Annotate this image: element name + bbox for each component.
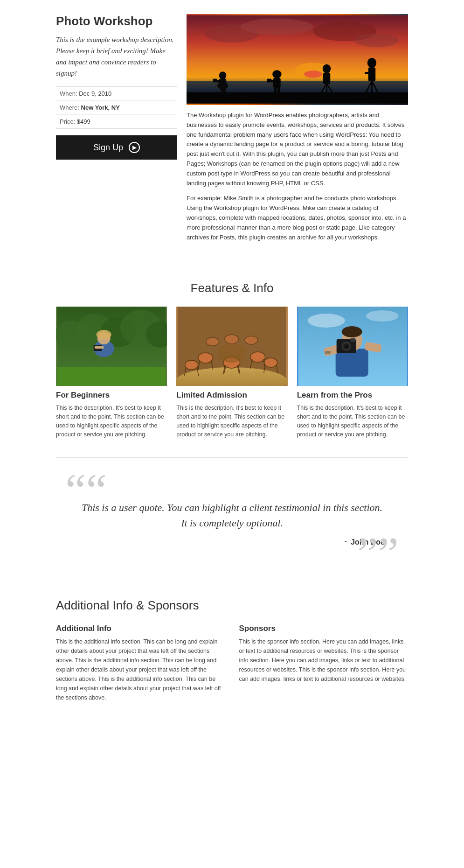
svg-rect-18	[267, 79, 272, 83]
svg-point-75	[307, 314, 345, 328]
workshop-details: When: Dec 9, 2010 Where: New York, NY Pr…	[56, 86, 177, 129]
svg-point-61	[250, 352, 265, 362]
svg-point-71	[206, 337, 219, 346]
svg-rect-12	[213, 79, 217, 83]
svg-point-21	[323, 64, 331, 73]
svg-point-27	[367, 58, 376, 68]
where-value: New York, NY	[81, 104, 120, 111]
when-row: When: Dec 9, 2010	[56, 87, 177, 101]
feature-image-admission	[176, 307, 287, 386]
additional-info-title: Additional Info	[56, 624, 225, 633]
sponsors-title: Sponsors	[239, 624, 409, 633]
additional-info-text: This is the additional info section. Thi…	[56, 637, 225, 702]
additional-title: Additional Info & Sponsors	[56, 598, 408, 613]
when-value: Dec 9, 2010	[79, 90, 111, 97]
feature-pros: Learn from the Pros This is the descript…	[297, 307, 408, 439]
top-right: The Workshop plugin for WordPress enable…	[187, 14, 408, 248]
where-row: Where: New York, NY	[56, 101, 177, 115]
svg-rect-26	[324, 80, 330, 84]
hero-image	[187, 14, 408, 105]
svg-point-73	[218, 344, 246, 363]
quote-section: ““ This is a user quote. You can highlig…	[47, 462, 417, 579]
features-section: Features & Info	[47, 267, 417, 453]
svg-rect-86	[325, 351, 330, 354]
svg-rect-33	[365, 72, 373, 74]
svg-point-46	[97, 330, 111, 339]
svg-point-15	[272, 70, 281, 78]
quote-text: This is a user quote. You can highlight …	[65, 500, 399, 531]
svg-point-7	[304, 70, 322, 78]
feature-desc-admission: This is the description. It's best to ke…	[176, 404, 287, 439]
feature-desc-pros: This is the description. It's best to ke…	[297, 404, 408, 439]
svg-point-70	[225, 335, 239, 344]
sponsors-text: This is the sponsor info section. Here y…	[239, 637, 409, 684]
feature-image-pros	[297, 307, 408, 386]
svg-rect-43	[57, 367, 166, 386]
svg-point-5	[354, 34, 399, 47]
feature-image-beginners	[56, 307, 167, 386]
price-row: Price: $499	[56, 115, 177, 128]
workshop-description: This is the example workshop description…	[56, 34, 177, 79]
top-left: Photo Workshop This is the example works…	[56, 14, 177, 248]
svg-point-3	[241, 19, 313, 35]
signup-label: Sign Up	[93, 143, 123, 153]
svg-rect-17	[270, 80, 280, 83]
svg-point-76	[366, 310, 398, 322]
sponsors-col: Sponsors This is the sponsor info sectio…	[239, 624, 409, 702]
description-p1: The Workshop plugin for WordPress enable…	[187, 111, 408, 188]
price-label: Price:	[60, 118, 75, 125]
svg-point-67	[264, 358, 277, 367]
feature-title-beginners: For Beginners	[56, 391, 167, 400]
top-section: Photo Workshop This is the example works…	[47, 0, 417, 257]
where-label: Where:	[60, 104, 79, 111]
svg-point-64	[185, 360, 198, 370]
features-title: Features & Info	[56, 281, 408, 295]
svg-rect-87	[350, 338, 355, 342]
additional-section: Additional Info & Sponsors Additional In…	[47, 589, 417, 721]
features-grid: For Beginners This is the description. I…	[56, 307, 408, 439]
page-title: Photo Workshop	[56, 14, 177, 28]
svg-point-58	[198, 353, 213, 363]
svg-point-85	[344, 344, 348, 348]
divider-1	[56, 262, 408, 262]
svg-rect-32	[369, 77, 375, 81]
divider-2	[56, 457, 408, 458]
svg-point-10	[219, 71, 227, 79]
additional-columns: Additional Info This is the additional i…	[56, 624, 408, 702]
svg-point-72	[245, 336, 258, 344]
svg-rect-50	[95, 346, 104, 349]
svg-rect-36	[187, 92, 408, 104]
when-label: When:	[60, 90, 77, 97]
divider-3	[56, 584, 408, 584]
svg-rect-9	[219, 79, 227, 87]
price-value: $499	[77, 118, 90, 125]
feature-title-admission: Limited Admission	[176, 391, 287, 400]
feature-desc-beginners: This is the description. It's best to ke…	[56, 404, 167, 439]
svg-rect-16	[273, 78, 281, 88]
feature-beginners: For Beginners This is the description. I…	[56, 307, 167, 439]
feature-title-pros: Learn from the Pros	[297, 391, 408, 400]
arrow-icon: ▶	[129, 142, 140, 153]
additional-info-col: Additional Info This is the additional i…	[56, 624, 225, 702]
svg-point-79	[341, 326, 362, 337]
signup-button[interactable]: Sign Up ▶	[56, 135, 177, 160]
feature-admission: Limited Admission This is the descriptio…	[176, 307, 287, 439]
description-p2: For example: Mike Smith is a photographe…	[187, 194, 408, 242]
